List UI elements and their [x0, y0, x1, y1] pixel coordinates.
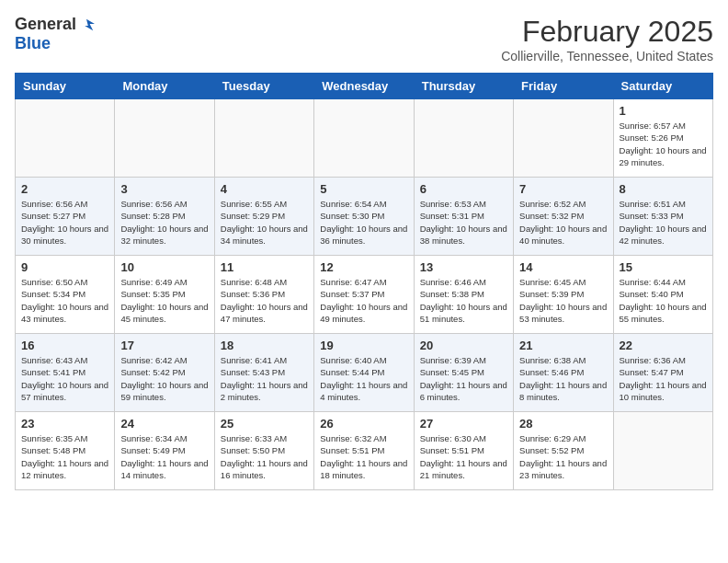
day-info: Sunrise: 6:56 AM Sunset: 5:28 PM Dayligh…: [120, 198, 208, 247]
calendar-week-row: 2Sunrise: 6:56 AM Sunset: 5:27 PM Daylig…: [16, 178, 713, 256]
day-number: 15: [620, 260, 707, 274]
day-info: Sunrise: 6:54 AM Sunset: 5:30 PM Dayligh…: [320, 198, 407, 247]
calendar-empty-cell: [414, 99, 513, 178]
day-info: Sunrise: 6:29 AM Sunset: 5:52 PM Dayligh…: [519, 432, 607, 481]
calendar-empty-cell: [314, 99, 414, 178]
calendar-day-28: 28Sunrise: 6:29 AM Sunset: 5:52 PM Dayli…: [514, 412, 613, 490]
day-number: 5: [320, 182, 407, 196]
weekday-header-friday: Friday: [514, 74, 613, 99]
day-info: Sunrise: 6:35 AM Sunset: 5:48 PM Dayligh…: [21, 432, 108, 481]
day-info: Sunrise: 6:44 AM Sunset: 5:40 PM Dayligh…: [620, 276, 707, 325]
day-number: 24: [120, 417, 208, 431]
calendar-day-25: 25Sunrise: 6:33 AM Sunset: 5:50 PM Dayli…: [214, 412, 313, 490]
weekday-header-saturday: Saturday: [613, 74, 712, 99]
day-info: Sunrise: 6:33 AM Sunset: 5:50 PM Dayligh…: [221, 432, 308, 481]
day-info: Sunrise: 6:49 AM Sunset: 5:35 PM Dayligh…: [120, 276, 208, 325]
day-info: Sunrise: 6:51 AM Sunset: 5:33 PM Dayligh…: [620, 198, 707, 247]
day-number: 16: [21, 339, 108, 352]
calendar-day-7: 7Sunrise: 6:52 AM Sunset: 5:32 PM Daylig…: [514, 178, 613, 256]
weekday-header-thursday: Thursday: [414, 74, 513, 99]
weekday-header-wednesday: Wednesday: [314, 74, 414, 99]
day-info: Sunrise: 6:36 AM Sunset: 5:47 PM Dayligh…: [620, 354, 707, 403]
day-info: Sunrise: 6:55 AM Sunset: 5:29 PM Dayligh…: [221, 198, 308, 247]
calendar-day-9: 9Sunrise: 6:50 AM Sunset: 5:34 PM Daylig…: [16, 256, 115, 334]
day-number: 28: [519, 417, 607, 431]
calendar-week-row: 1Sunrise: 6:57 AM Sunset: 5:26 PM Daylig…: [16, 99, 713, 178]
day-number: 25: [221, 417, 308, 431]
calendar-empty-cell: [115, 99, 214, 178]
calendar-day-11: 11Sunrise: 6:48 AM Sunset: 5:36 PM Dayli…: [214, 256, 313, 334]
calendar-day-15: 15Sunrise: 6:44 AM Sunset: 5:40 PM Dayli…: [613, 256, 712, 334]
weekday-header-row: SundayMondayTuesdayWednesdayThursdayFrid…: [16, 74, 713, 99]
calendar-day-14: 14Sunrise: 6:45 AM Sunset: 5:39 PM Dayli…: [514, 256, 613, 334]
day-number: 18: [221, 339, 308, 352]
day-number: 27: [420, 417, 507, 431]
calendar-day-18: 18Sunrise: 6:41 AM Sunset: 5:43 PM Dayli…: [214, 334, 313, 412]
calendar-day-6: 6Sunrise: 6:53 AM Sunset: 5:31 PM Daylig…: [414, 178, 513, 256]
day-info: Sunrise: 6:38 AM Sunset: 5:46 PM Dayligh…: [519, 354, 607, 403]
day-number: 7: [519, 182, 607, 196]
day-number: 10: [120, 260, 208, 274]
day-info: Sunrise: 6:46 AM Sunset: 5:38 PM Dayligh…: [420, 276, 507, 325]
day-number: 11: [221, 260, 308, 274]
calendar-day-4: 4Sunrise: 6:55 AM Sunset: 5:29 PM Daylig…: [214, 178, 313, 256]
calendar-day-23: 23Sunrise: 6:35 AM Sunset: 5:48 PM Dayli…: [16, 412, 115, 490]
day-info: Sunrise: 6:57 AM Sunset: 5:26 PM Dayligh…: [620, 120, 707, 168]
weekday-header-sunday: Sunday: [16, 74, 115, 99]
calendar-empty-cell: [214, 99, 313, 178]
calendar-empty-cell: [16, 99, 115, 178]
calendar-day-21: 21Sunrise: 6:38 AM Sunset: 5:46 PM Dayli…: [514, 334, 613, 412]
day-number: 8: [620, 182, 707, 196]
calendar-day-16: 16Sunrise: 6:43 AM Sunset: 5:41 PM Dayli…: [16, 334, 115, 412]
calendar-day-17: 17Sunrise: 6:42 AM Sunset: 5:42 PM Dayli…: [115, 334, 214, 412]
calendar-day-20: 20Sunrise: 6:39 AM Sunset: 5:45 PM Dayli…: [414, 334, 513, 412]
logo-general-text: General: [15, 15, 76, 34]
day-info: Sunrise: 6:52 AM Sunset: 5:32 PM Dayligh…: [519, 198, 607, 247]
calendar-day-22: 22Sunrise: 6:36 AM Sunset: 5:47 PM Dayli…: [613, 334, 712, 412]
calendar-day-10: 10Sunrise: 6:49 AM Sunset: 5:35 PM Dayli…: [115, 256, 214, 334]
day-number: 21: [519, 339, 607, 352]
day-info: Sunrise: 6:41 AM Sunset: 5:43 PM Dayligh…: [221, 354, 308, 403]
day-number: 23: [21, 417, 108, 431]
calendar-day-2: 2Sunrise: 6:56 AM Sunset: 5:27 PM Daylig…: [16, 178, 115, 256]
page-header: General Blue February 2025 Collierville,…: [15, 15, 713, 63]
day-number: 1: [620, 104, 707, 118]
day-info: Sunrise: 6:32 AM Sunset: 5:51 PM Dayligh…: [320, 432, 407, 481]
day-info: Sunrise: 6:56 AM Sunset: 5:27 PM Dayligh…: [21, 198, 108, 247]
day-info: Sunrise: 6:40 AM Sunset: 5:44 PM Dayligh…: [320, 354, 407, 403]
day-info: Sunrise: 6:48 AM Sunset: 5:36 PM Dayligh…: [221, 276, 308, 325]
calendar-week-row: 23Sunrise: 6:35 AM Sunset: 5:48 PM Dayli…: [16, 412, 713, 490]
svg-marker-0: [85, 18, 95, 30]
day-info: Sunrise: 6:45 AM Sunset: 5:39 PM Dayligh…: [519, 276, 607, 325]
calendar-day-13: 13Sunrise: 6:46 AM Sunset: 5:38 PM Dayli…: [414, 256, 513, 334]
calendar: SundayMondayTuesdayWednesdayThursdayFrid…: [15, 73, 713, 490]
calendar-empty-cell: [514, 99, 613, 178]
day-info: Sunrise: 6:50 AM Sunset: 5:34 PM Dayligh…: [21, 276, 108, 325]
month-title: February 2025: [501, 15, 713, 49]
day-number: 9: [21, 260, 108, 274]
calendar-day-26: 26Sunrise: 6:32 AM Sunset: 5:51 PM Dayli…: [314, 412, 414, 490]
day-info: Sunrise: 6:53 AM Sunset: 5:31 PM Dayligh…: [420, 198, 507, 247]
day-info: Sunrise: 6:47 AM Sunset: 5:37 PM Dayligh…: [320, 276, 407, 325]
day-number: 22: [620, 339, 707, 352]
calendar-week-row: 16Sunrise: 6:43 AM Sunset: 5:41 PM Dayli…: [16, 334, 713, 412]
day-number: 4: [221, 182, 308, 196]
weekday-header-tuesday: Tuesday: [214, 74, 313, 99]
day-number: 12: [320, 260, 407, 274]
location: Collierville, Tennessee, United States: [501, 49, 713, 63]
title-section: February 2025 Collierville, Tennessee, U…: [501, 15, 713, 63]
logo-bird-icon: [78, 17, 95, 33]
weekday-header-monday: Monday: [115, 74, 214, 99]
calendar-day-24: 24Sunrise: 6:34 AM Sunset: 5:49 PM Dayli…: [115, 412, 214, 490]
calendar-day-8: 8Sunrise: 6:51 AM Sunset: 5:33 PM Daylig…: [613, 178, 712, 256]
day-info: Sunrise: 6:42 AM Sunset: 5:42 PM Dayligh…: [120, 354, 208, 403]
day-info: Sunrise: 6:43 AM Sunset: 5:41 PM Dayligh…: [21, 354, 108, 403]
logo-blue-text: Blue: [15, 34, 51, 53]
day-number: 26: [320, 417, 407, 431]
calendar-day-3: 3Sunrise: 6:56 AM Sunset: 5:28 PM Daylig…: [115, 178, 214, 256]
calendar-empty-cell: [613, 412, 712, 490]
logo: General Blue: [15, 15, 95, 53]
day-number: 14: [519, 260, 607, 274]
calendar-day-19: 19Sunrise: 6:40 AM Sunset: 5:44 PM Dayli…: [314, 334, 414, 412]
day-number: 20: [420, 339, 507, 352]
